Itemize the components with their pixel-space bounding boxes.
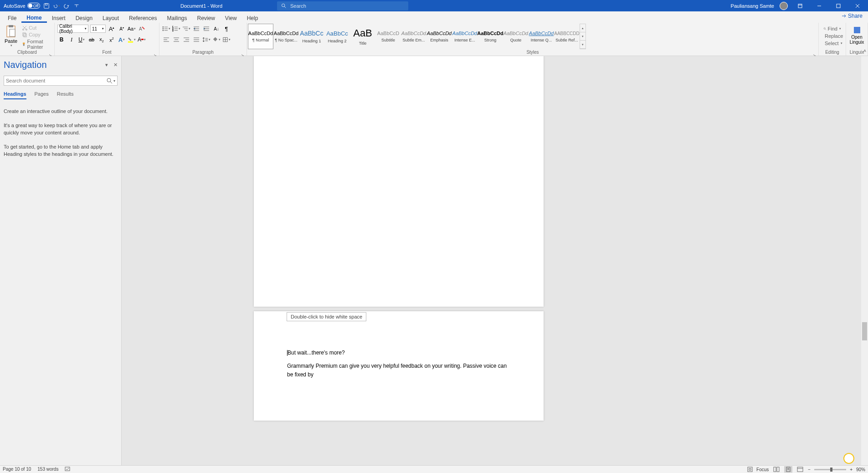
maximize-icon[interactable] bbox=[832, 0, 845, 11]
borders-icon[interactable] bbox=[222, 36, 231, 44]
copy-button[interactable]: Copy bbox=[21, 31, 51, 38]
tab-references[interactable]: References bbox=[124, 13, 162, 23]
tab-insert[interactable]: Insert bbox=[47, 13, 71, 23]
page-previous[interactable] bbox=[254, 56, 544, 307]
bullets-icon[interactable] bbox=[162, 25, 170, 33]
focus-mode-button[interactable]: Focus bbox=[756, 467, 769, 472]
style-title[interactable]: AaBTitle bbox=[350, 24, 375, 49]
font-name-select[interactable]: Calibri (Body)▾ bbox=[57, 25, 88, 33]
style--normal[interactable]: AaBbCcDd¶ Normal bbox=[248, 24, 273, 49]
navpane-search-dropdown-icon[interactable]: ▾ bbox=[113, 79, 115, 83]
font-launcher[interactable] bbox=[154, 50, 158, 55]
scrollbar-thumb[interactable] bbox=[862, 322, 867, 340]
style-heading-1[interactable]: AaBbCcHeading 1 bbox=[299, 24, 324, 49]
zoom-slider[interactable] bbox=[814, 469, 846, 470]
qat-customize-icon[interactable] bbox=[73, 2, 80, 10]
decrease-indent-icon[interactable] bbox=[192, 25, 200, 33]
tab-mailings[interactable]: Mailings bbox=[162, 13, 192, 23]
open-linguix-button[interactable]: Open Linguix bbox=[849, 24, 865, 45]
align-center-icon[interactable] bbox=[172, 36, 180, 44]
navpane-search-input[interactable] bbox=[6, 78, 106, 83]
grammarly-badge-icon[interactable] bbox=[843, 453, 854, 464]
italic-icon[interactable]: I bbox=[67, 36, 76, 44]
navtab-results[interactable]: Results bbox=[57, 91, 74, 99]
user-avatar[interactable] bbox=[780, 2, 788, 10]
spellcheck-icon[interactable] bbox=[65, 467, 71, 472]
print-layout-icon[interactable] bbox=[784, 466, 792, 473]
style-emphasis[interactable]: AaBbCcDdEmphasis bbox=[426, 24, 452, 49]
doc-paragraph-2[interactable]: Grammarly Premium can give you very help… bbox=[287, 362, 510, 379]
style-strong[interactable]: AaBbCcDdStrong bbox=[478, 24, 503, 49]
navtab-pages[interactable]: Pages bbox=[35, 91, 49, 99]
paste-button[interactable]: Paste bbox=[3, 24, 19, 49]
tab-home[interactable]: Home bbox=[21, 13, 46, 23]
zoom-level[interactable]: 90% bbox=[856, 467, 865, 472]
tab-help[interactable]: Help bbox=[242, 13, 263, 23]
line-spacing-icon[interactable] bbox=[202, 36, 211, 44]
username-label[interactable]: Pauliansang Samte bbox=[731, 3, 774, 9]
undo-icon[interactable] bbox=[53, 2, 60, 10]
tab-view[interactable]: View bbox=[220, 13, 242, 23]
search-icon[interactable] bbox=[106, 77, 113, 84]
save-icon[interactable] bbox=[43, 2, 50, 10]
select-button[interactable]: Select bbox=[822, 40, 842, 46]
style-heading-2[interactable]: AaBbCcHeading 2 bbox=[324, 24, 350, 49]
navpane-close-icon[interactable]: ✕ bbox=[113, 62, 118, 68]
find-button[interactable]: Find bbox=[822, 26, 842, 32]
clear-formatting-icon[interactable]: A bbox=[138, 25, 146, 33]
tab-file[interactable]: File bbox=[3, 13, 21, 23]
style-subtitle[interactable]: AaBbCcDSubtitle bbox=[375, 24, 401, 49]
tab-layout[interactable]: Layout bbox=[98, 13, 124, 23]
multilevel-list-icon[interactable] bbox=[182, 25, 190, 33]
zoom-out-icon[interactable]: − bbox=[808, 467, 811, 472]
format-painter-button[interactable]: Format Painter bbox=[21, 38, 51, 50]
close-icon[interactable] bbox=[851, 0, 864, 11]
vertical-scrollbar[interactable] bbox=[861, 56, 868, 465]
text-effects-icon[interactable]: A bbox=[118, 36, 126, 44]
clipboard-launcher[interactable] bbox=[49, 50, 53, 55]
tab-review[interactable]: Review bbox=[192, 13, 220, 23]
navtab-headings[interactable]: Headings bbox=[4, 91, 26, 99]
align-left-icon[interactable] bbox=[162, 36, 170, 44]
collapse-ribbon-icon[interactable]: ʌ bbox=[863, 48, 866, 53]
paragraph-launcher[interactable] bbox=[241, 50, 246, 55]
styles-launcher[interactable] bbox=[813, 50, 817, 55]
shading-icon[interactable] bbox=[212, 36, 221, 44]
align-right-icon[interactable] bbox=[182, 36, 190, 44]
highlight-icon[interactable] bbox=[128, 36, 136, 44]
styles-scroll[interactable]: ▴▾▾ bbox=[580, 24, 586, 49]
read-mode-icon[interactable] bbox=[772, 466, 781, 473]
style-intense-q-[interactable]: AaBbCcDdIntense Q... bbox=[529, 24, 554, 49]
status-words[interactable]: 153 words bbox=[37, 467, 58, 472]
focus-icon[interactable] bbox=[747, 467, 753, 472]
grow-font-icon[interactable]: A▴ bbox=[108, 25, 116, 33]
minimize-icon[interactable] bbox=[812, 0, 826, 11]
change-case-icon[interactable]: Aa bbox=[128, 25, 136, 33]
navpane-search[interactable]: ▾ bbox=[4, 76, 118, 86]
style-subtle-em-[interactable]: AaBbCcDdSubtle Em... bbox=[401, 24, 426, 49]
tab-design[interactable]: Design bbox=[71, 13, 98, 23]
share-button[interactable]: Share bbox=[841, 13, 863, 19]
strikethrough-icon[interactable]: ab bbox=[87, 36, 96, 44]
document-area[interactable]: Double-click to hide white space But wai… bbox=[122, 56, 861, 465]
justify-icon[interactable] bbox=[192, 36, 200, 44]
ribbon-display-icon[interactable] bbox=[793, 0, 807, 11]
show-marks-icon[interactable]: ¶ bbox=[222, 25, 231, 33]
redo-icon[interactable] bbox=[63, 2, 70, 10]
page-current[interactable]: But wait...there's more? Grammarly Premi… bbox=[254, 311, 544, 421]
shrink-font-icon[interactable]: A▾ bbox=[118, 25, 126, 33]
style-intense-e-[interactable]: AaBbCcDdIntense E... bbox=[452, 24, 478, 49]
subscript-icon[interactable]: x2 bbox=[98, 36, 106, 44]
style-quote[interactable]: AaBbCcDdQuote bbox=[503, 24, 529, 49]
doc-paragraph-1[interactable]: But wait...there's more? bbox=[288, 350, 345, 356]
autosave-toggle[interactable]: AutoSave Off bbox=[4, 3, 40, 9]
zoom-in-icon[interactable]: + bbox=[850, 467, 853, 472]
bold-icon[interactable]: B bbox=[57, 36, 66, 44]
search-box[interactable]: Search bbox=[277, 1, 408, 10]
sort-icon[interactable]: A↓ bbox=[212, 25, 221, 33]
navpane-options-icon[interactable]: ▾ bbox=[105, 62, 108, 68]
replace-button[interactable]: Replace bbox=[822, 33, 842, 39]
increase-indent-icon[interactable] bbox=[202, 25, 211, 33]
cut-button[interactable]: Cut bbox=[21, 25, 51, 31]
superscript-icon[interactable]: x2 bbox=[108, 36, 116, 44]
